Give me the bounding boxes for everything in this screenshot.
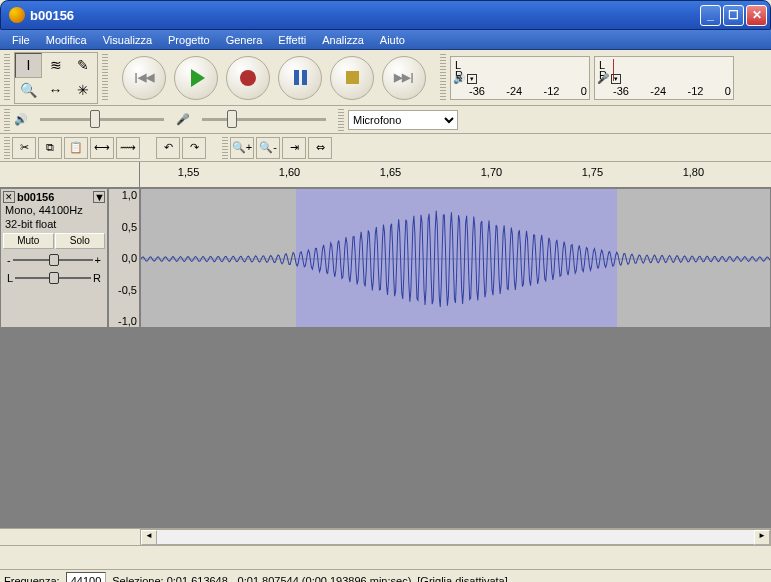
ruler-tick: 1,65 bbox=[380, 166, 401, 178]
undo-button[interactable]: ↶ bbox=[156, 137, 180, 159]
main-toolbar-row: I ≋ ✎ 🔍 ↔ ✳ |◀◀ ▶▶| LR 🔊 ▾ -36 -24 bbox=[0, 50, 771, 105]
menu-generate[interactable]: Genera bbox=[218, 32, 271, 48]
redo-button[interactable]: ↷ bbox=[182, 137, 206, 159]
pan-right-label: R bbox=[93, 272, 101, 284]
vscale-label: 0,5 bbox=[122, 221, 137, 233]
pause-button[interactable] bbox=[278, 56, 322, 100]
vscale-label: -0,5 bbox=[118, 284, 137, 296]
paste-button[interactable]: 📋 bbox=[64, 137, 88, 159]
input-device-select: Microfono bbox=[348, 110, 458, 130]
toolbar-grabber[interactable] bbox=[440, 54, 446, 102]
vscale-label: -1,0 bbox=[118, 315, 137, 327]
toolbar-grabber[interactable] bbox=[222, 137, 228, 159]
horizontal-scrollbar: ◄ ► bbox=[0, 528, 771, 545]
menu-file[interactable]: File bbox=[4, 32, 38, 48]
pan-slider[interactable]: L R bbox=[3, 269, 105, 287]
toolbar-grabber[interactable] bbox=[4, 54, 10, 102]
grid-status: [Griglia disattivata] bbox=[417, 575, 507, 583]
cut-button[interactable]: ✂ bbox=[12, 137, 36, 159]
window-controls: _ ☐ ✕ bbox=[700, 5, 767, 26]
audio-track: ✕ b00156 ▼ Mono, 44100Hz 32-bit float Mu… bbox=[0, 188, 771, 328]
minimize-button[interactable]: _ bbox=[700, 5, 721, 26]
menu-view[interactable]: Visualizza bbox=[95, 32, 160, 48]
scroll-left-button[interactable]: ◄ bbox=[141, 530, 157, 545]
ruler-spacer bbox=[0, 162, 140, 187]
menu-project[interactable]: Progetto bbox=[160, 32, 218, 48]
tracks-area: ✕ b00156 ▼ Mono, 44100Hz 32-bit float Mu… bbox=[0, 188, 771, 528]
timeline-ruler[interactable]: 1,55 1,60 1,65 1,70 1,75 1,80 1,85 bbox=[0, 162, 771, 188]
copy-button[interactable]: ⧉ bbox=[38, 137, 62, 159]
toolbar-grabber[interactable] bbox=[338, 109, 344, 131]
fit-selection-button[interactable]: ⇥ bbox=[282, 137, 306, 159]
skip-start-button[interactable]: |◀◀ bbox=[122, 56, 166, 100]
meter-left-label: L bbox=[455, 59, 463, 69]
pan-left-label: L bbox=[7, 272, 13, 284]
track-close-button[interactable]: ✕ bbox=[3, 191, 15, 203]
vscale-label: 0,0 bbox=[122, 252, 137, 264]
meter-dropdown[interactable]: ▾ bbox=[611, 74, 621, 84]
record-button[interactable] bbox=[226, 56, 270, 100]
ruler-tick: 1,70 bbox=[481, 166, 502, 178]
silence-button[interactable]: ⟿ bbox=[116, 137, 140, 159]
record-meter[interactable]: LR 🎤 ▾ -36 -24 -12 0 bbox=[594, 56, 734, 100]
gain-minus-label: - bbox=[7, 254, 11, 266]
speaker-icon: 🔊 bbox=[14, 113, 28, 126]
close-button[interactable]: ✕ bbox=[746, 5, 767, 26]
solo-button[interactable]: Solo bbox=[55, 233, 106, 249]
trim-button[interactable]: ⟷ bbox=[90, 137, 114, 159]
tool-palette: I ≋ ✎ 🔍 ↔ ✳ bbox=[14, 52, 98, 104]
maximize-button[interactable]: ☐ bbox=[723, 5, 744, 26]
waveform-svg bbox=[141, 189, 770, 329]
scrollbar-track[interactable]: ◄ ► bbox=[140, 529, 771, 545]
selection-tool[interactable]: I bbox=[15, 53, 42, 78]
zoom-tool[interactable]: 🔍 bbox=[15, 78, 42, 103]
menubar: File Modifica Visualizza Progetto Genera… bbox=[0, 30, 771, 50]
menu-analyze[interactable]: Analizza bbox=[314, 32, 372, 48]
toolbar-grabber[interactable] bbox=[4, 137, 10, 159]
draw-tool[interactable]: ✎ bbox=[69, 53, 96, 78]
device-dropdown[interactable]: Microfono bbox=[348, 110, 458, 130]
envelope-tool[interactable]: ≋ bbox=[42, 53, 69, 78]
toolbar-grabber[interactable] bbox=[4, 109, 10, 131]
menu-help[interactable]: Aiuto bbox=[372, 32, 413, 48]
meter-dropdown[interactable]: ▾ bbox=[467, 74, 477, 84]
scroll-right-button[interactable]: ► bbox=[754, 530, 770, 545]
zoom-in-button[interactable]: 🔍+ bbox=[230, 137, 254, 159]
playback-volume-slider[interactable] bbox=[32, 110, 172, 130]
ruler-tick: 1,55 bbox=[178, 166, 199, 178]
track-vertical-scale: 1,0 0,5 0,0 -0,5 -1,0 bbox=[108, 188, 140, 328]
meter-tick: -36 bbox=[613, 85, 629, 97]
titlebar: b00156 _ ☐ ✕ bbox=[0, 0, 771, 30]
track-name[interactable]: b00156 bbox=[15, 191, 93, 203]
meter-tick: -36 bbox=[469, 85, 485, 97]
playback-meter[interactable]: LR 🔊 ▾ -36 -24 -12 0 bbox=[450, 56, 590, 100]
menu-edit[interactable]: Modifica bbox=[38, 32, 95, 48]
track-menu-dropdown[interactable]: ▼ bbox=[93, 191, 105, 203]
multi-tool[interactable]: ✳ bbox=[69, 78, 96, 103]
toolbar-grabber[interactable] bbox=[102, 54, 108, 102]
meter-tick: -24 bbox=[506, 85, 522, 97]
record-volume-slider[interactable] bbox=[194, 110, 334, 130]
track-format: Mono, 44100Hz bbox=[3, 203, 105, 217]
gain-slider[interactable]: - + bbox=[3, 251, 105, 269]
mute-button[interactable]: Muto bbox=[3, 233, 54, 249]
frequency-label: Frequenza: bbox=[4, 575, 60, 583]
track-control-panel: ✕ b00156 ▼ Mono, 44100Hz 32-bit float Mu… bbox=[0, 188, 108, 328]
timeshift-tool[interactable]: ↔ bbox=[42, 78, 69, 103]
play-button[interactable] bbox=[174, 56, 218, 100]
menu-effects[interactable]: Effetti bbox=[270, 32, 314, 48]
zoom-out-button[interactable]: 🔍- bbox=[256, 137, 280, 159]
ruler-tick: 1,75 bbox=[582, 166, 603, 178]
fit-project-button[interactable]: ⇔ bbox=[308, 137, 332, 159]
microphone-icon: 🎤 bbox=[176, 113, 190, 126]
meter-tick: -12 bbox=[544, 85, 560, 97]
frequency-value[interactable]: 44100 bbox=[66, 572, 107, 583]
microphone-icon: 🎤 bbox=[597, 73, 609, 84]
skip-end-button[interactable]: ▶▶| bbox=[382, 56, 426, 100]
waveform-display[interactable] bbox=[140, 188, 771, 328]
ruler-ticks: 1,55 1,60 1,65 1,70 1,75 1,80 1,85 bbox=[140, 162, 771, 187]
meter-tick: -24 bbox=[650, 85, 666, 97]
transport-controls: |◀◀ ▶▶| bbox=[122, 56, 426, 100]
stop-button[interactable] bbox=[330, 56, 374, 100]
gain-plus-label: + bbox=[95, 254, 101, 266]
